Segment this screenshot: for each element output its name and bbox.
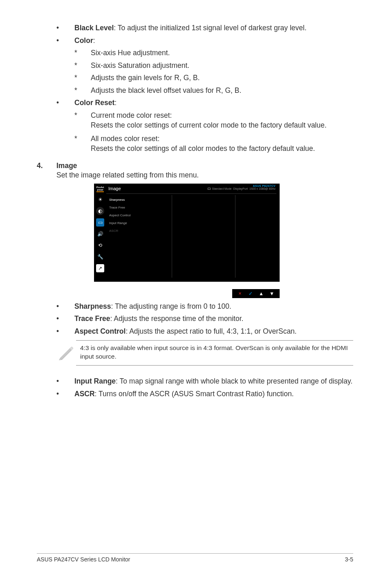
bullet-ascr: • ASCR: Turns on/off the ASCR (ASUS Smar… (56, 389, 353, 399)
bullet-sharpness: • Sharpness: The adjusting range is from… (56, 301, 353, 312)
footer-left: ASUS PA247CV Series LCD Monitor (37, 556, 130, 563)
bullet-black-level: • Black Level: To adjust the initialized… (56, 23, 353, 33)
system-icon[interactable]: 🔧 (96, 253, 104, 261)
nav-confirm-icon[interactable]: ✓ (245, 291, 256, 296)
pen-icon (56, 345, 76, 361)
brightness-icon[interactable]: ☀ (96, 195, 104, 204)
shortcut-icon[interactable]: ↗ (96, 264, 104, 272)
bold-label: Color (74, 36, 93, 45)
sound-icon[interactable]: 🔊 (96, 230, 104, 238)
nav-up-icon[interactable]: ▲ (256, 291, 267, 296)
text: : Adjusts the aspect ratio to full, 4:3,… (126, 327, 296, 335)
text: Adjusts the gain levels for R, G, B. (91, 73, 353, 83)
osd-item-tracefree[interactable]: Trace Free (108, 204, 170, 211)
section-number: 4. (37, 161, 56, 171)
sub-title: All modes color reset: (91, 134, 353, 144)
bullet-color-reset: • Color Reset: (56, 98, 353, 108)
page-footer: ASUS PA247CV Series LCD Monitor 3-5 (37, 553, 353, 563)
bold-label: Color Reset (74, 99, 114, 107)
bullet-color: • Color: (56, 36, 353, 46)
text: Adjusts the black level offset values fo… (91, 85, 353, 96)
nav-down-icon[interactable]: ▼ (267, 291, 277, 296)
osd-panel: ProArtpreset ☀ ◐ ▭ 🔊 ⟲ 🔧 ↗ Image ASUS PA… (94, 184, 280, 282)
bullet-aspectcontrol: • Aspect Control: Adjusts the aspect rat… (56, 326, 353, 337)
text: : To map signal range with whole black t… (116, 377, 352, 385)
text: : The adjusting range is from 0 to 100. (111, 302, 231, 310)
color-icon[interactable]: ◐ (96, 207, 104, 215)
bold-label: Input Range (74, 377, 116, 385)
text: : Turns on/off the ASCR (ASUS Smart Cont… (95, 390, 294, 398)
footer-right: 3-5 (345, 556, 353, 563)
image-icon[interactable]: ▭ (96, 218, 104, 227)
text: : (93, 36, 95, 45)
section-subtitle: Set the image related setting from this … (56, 171, 353, 180)
bullet-inputrange: • Input Range: To map signal range with … (56, 376, 353, 386)
sub-title: Current mode color reset: (91, 110, 353, 121)
bold-label: Trace Free (74, 314, 110, 323)
osd-model: ASUS PA247CV (208, 184, 276, 187)
star-item: * Current mode color reset: Resets the c… (74, 110, 353, 130)
text: : To adjust the initialized 1st signal l… (114, 24, 306, 32)
osd-item-ascr[interactable]: ASCR (108, 227, 170, 235)
input-icon[interactable]: ⟲ (96, 241, 104, 249)
note-block: 4:3 is only available when input source … (56, 340, 353, 366)
osd-item-sharpness[interactable]: Sharpness (108, 196, 170, 204)
osd-nav-strip: × ✓ ▲ ▼ (232, 289, 280, 298)
star-item: *Adjusts the black level offset values f… (74, 85, 353, 96)
star-item: *Adjusts the gain levels for R, G, B. (74, 73, 353, 83)
text: Six-axis Hue adjustment. (91, 48, 353, 58)
text: : (114, 99, 117, 107)
star-item: * All modes color reset: Resets the colo… (74, 134, 353, 154)
section-title: Image (56, 161, 77, 171)
osd-item-inputrange[interactable]: Input Range (108, 219, 170, 227)
bold-label: Sharpness (74, 302, 111, 310)
osd-meta-mode: Standard Mode (212, 187, 232, 190)
note-text: 4:3 is only available when input source … (76, 340, 353, 366)
sub-desc: Resets the color settings of current col… (91, 120, 353, 130)
bold-label: Black Level (74, 24, 114, 32)
osd-sidebar: ProArtpreset ☀ ◐ ▭ 🔊 ⟲ 🔧 ↗ (94, 184, 106, 282)
text: : Adjusts the response time of the monit… (110, 314, 244, 323)
bold-label: ASCR (74, 390, 95, 398)
osd-meta-input: DisplayPort (233, 187, 248, 190)
proart-logo: ProArtpreset (96, 186, 104, 193)
bold-label: Aspect Control (74, 327, 126, 335)
sub-desc: Resets the color settings of all color m… (91, 144, 353, 154)
osd-menu-list: Sharpness Trace Free Aspect Control Inpu… (108, 196, 170, 235)
section-4-heading: 4. Image (37, 161, 353, 171)
star-item: *Six-axis Saturation adjustment. (74, 61, 353, 71)
osd-meta: ASUS PA247CV Standard Mode DisplayPort 1… (208, 184, 276, 190)
bullet-tracefree: • Trace Free: Adjusts the response time … (56, 314, 353, 324)
star-item: *Six-axis Hue adjustment. (74, 48, 353, 58)
text: Six-axis Saturation adjustment. (91, 61, 353, 71)
osd-item-aspect[interactable]: Aspect Control (108, 211, 170, 219)
nav-close-icon[interactable]: × (235, 291, 245, 296)
osd-meta-res: 1920 x 1080@ 60Hz (249, 187, 276, 190)
